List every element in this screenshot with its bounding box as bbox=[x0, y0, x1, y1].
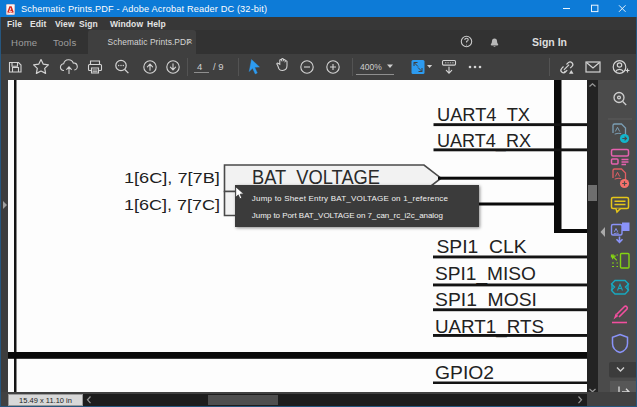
svg-text:GPIO2: GPIO2 bbox=[435, 362, 494, 383]
svg-text:400%: 400% bbox=[360, 62, 382, 72]
svg-text:SPI1_CLK: SPI1_CLK bbox=[437, 236, 528, 258]
svg-text:Sign In: Sign In bbox=[532, 36, 567, 48]
svg-text:UART4_TX: UART4_TX bbox=[437, 104, 530, 126]
svg-text:SPI1_MOSI: SPI1_MOSI bbox=[435, 289, 537, 311]
svg-text:1[6C], 7[7C]: 1[6C], 7[7C] bbox=[124, 197, 220, 213]
svg-text:SPI1_MISO: SPI1_MISO bbox=[435, 263, 536, 285]
svg-text:4: 4 bbox=[197, 61, 202, 72]
svg-text:/ 9: / 9 bbox=[213, 61, 224, 72]
svg-text:1[6C], 7[7B]: 1[6C], 7[7B] bbox=[124, 170, 220, 186]
